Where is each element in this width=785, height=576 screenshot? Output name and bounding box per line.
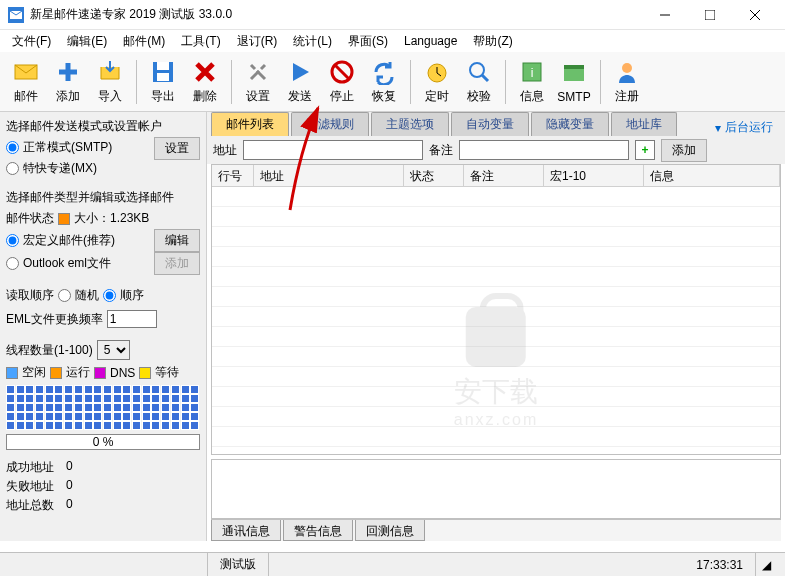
close-button[interactable] (732, 1, 777, 29)
tool-mail[interactable]: 邮件 (6, 55, 46, 109)
mode-section-title: 选择邮件发送模式或设置帐户 (6, 116, 200, 137)
col-info[interactable]: 信息 (644, 165, 780, 186)
svg-rect-16 (564, 69, 584, 81)
svg-rect-2 (705, 10, 715, 20)
address-input[interactable] (243, 140, 423, 160)
table-header: 行号 地址 状态 备注 宏1-10 信息 (212, 165, 780, 187)
menu-file[interactable]: 文件(F) (4, 31, 59, 52)
main-area: 选择邮件发送模式或设置帐户 正常模式(SMTP) 特快专递(MX) 设置 选择邮… (0, 112, 785, 541)
tool-export[interactable]: 导出 (143, 55, 183, 109)
tool-timer[interactable]: 定时 (417, 55, 457, 109)
info-icon: i (518, 58, 546, 86)
menu-stat[interactable]: 统计(L) (285, 31, 340, 52)
add-address-button[interactable]: 添加 (661, 139, 707, 162)
save-icon (149, 58, 177, 86)
window-title: 新星邮件速递专家 2019 测试版 33.0.0 (30, 6, 642, 23)
resize-grip-icon[interactable]: ◢ (756, 558, 777, 572)
menu-tool[interactable]: 工具(T) (173, 31, 228, 52)
maximize-button[interactable] (687, 1, 732, 29)
tool-restore[interactable]: 恢复 (364, 55, 404, 109)
thread-count-select[interactable]: 5 (97, 340, 130, 360)
col-row[interactable]: 行号 (212, 165, 254, 186)
col-status[interactable]: 状态 (404, 165, 464, 186)
settings-icon (244, 58, 272, 86)
mode-settings-button[interactable]: 设置 (154, 137, 200, 160)
eml-freq-input[interactable] (107, 310, 157, 328)
separator (410, 60, 411, 104)
tool-register[interactable]: 注册 (607, 55, 647, 109)
status-time: 17:33:31 (684, 553, 756, 576)
address-table: 行号 地址 状态 备注 宏1-10 信息 安下载 anxz.com (211, 164, 781, 455)
status-version: 测试版 (208, 553, 269, 576)
address-input-row: 地址 备注 + 添加 (207, 136, 785, 164)
col-addr[interactable]: 地址 (254, 165, 404, 186)
status-left (8, 553, 208, 576)
user-icon (613, 58, 641, 86)
radio-outlook-mail[interactable] (6, 257, 19, 270)
radio-sequential[interactable] (103, 289, 116, 302)
separator (600, 60, 601, 104)
menu-mail[interactable]: 邮件(M) (115, 31, 173, 52)
radio-macro-mail[interactable] (6, 234, 19, 247)
svg-point-18 (622, 63, 632, 73)
radio-normal-mode[interactable] (6, 141, 19, 154)
separator (231, 60, 232, 104)
status-color-box (58, 213, 70, 225)
background-run-link[interactable]: ▾后台运行 (707, 119, 781, 136)
edit-mail-button[interactable]: 编辑 (154, 229, 200, 252)
menu-unsub[interactable]: 退订(R) (229, 31, 286, 52)
col-note[interactable]: 备注 (464, 165, 544, 186)
log-tab-comm[interactable]: 通讯信息 (211, 520, 281, 541)
radio-random[interactable] (58, 289, 71, 302)
right-panel: 邮件列表 过滤规则 主题选项 自动变量 隐藏变量 地址库 ▾后台运行 地址 备注… (207, 112, 785, 541)
tool-import[interactable]: 导入 (90, 55, 130, 109)
note-input[interactable] (459, 140, 629, 160)
tool-add[interactable]: 添加 (48, 55, 88, 109)
toolbar: 邮件 添加 导入 导出 删除 设置 发送 停止 恢复 定时 校验 i信息 SMT… (0, 52, 785, 112)
tool-verify[interactable]: 校验 (459, 55, 499, 109)
tab-addr-db[interactable]: 地址库 (611, 112, 677, 136)
import-icon (96, 58, 124, 86)
plus-icon (54, 58, 82, 86)
tab-filter[interactable]: 过滤规则 (291, 112, 369, 136)
tab-auto-var[interactable]: 自动变量 (451, 112, 529, 136)
col-macro[interactable]: 宏1-10 (544, 165, 644, 186)
tool-delete[interactable]: 删除 (185, 55, 225, 109)
tab-mail-list[interactable]: 邮件列表 (211, 112, 289, 136)
add-mail-button[interactable]: 添加 (154, 252, 200, 275)
svg-line-10 (335, 65, 349, 79)
tool-settings[interactable]: 设置 (238, 55, 278, 109)
add-inline-button[interactable]: + (635, 140, 655, 160)
separator (136, 60, 137, 104)
tab-subject[interactable]: 主题选项 (371, 112, 449, 136)
log-area[interactable] (211, 459, 781, 519)
idle-color (6, 367, 18, 379)
progress-bar: 0 % (6, 434, 200, 450)
log-tabs: 通讯信息 警告信息 回测信息 (211, 519, 781, 541)
minimize-button[interactable] (642, 1, 687, 29)
menu-lang[interactable]: Language (396, 32, 465, 50)
radio-express-mode[interactable] (6, 162, 19, 175)
tool-info[interactable]: i信息 (512, 55, 552, 109)
svg-rect-17 (564, 65, 584, 69)
tool-send[interactable]: 发送 (280, 55, 320, 109)
log-tab-warn[interactable]: 警告信息 (283, 520, 353, 541)
stop-icon (328, 58, 356, 86)
tab-hidden-var[interactable]: 隐藏变量 (531, 112, 609, 136)
menu-view[interactable]: 界面(S) (340, 31, 396, 52)
chevron-icon: ▾ (715, 121, 721, 135)
tool-stop[interactable]: 停止 (322, 55, 362, 109)
svg-point-12 (470, 63, 484, 77)
svg-rect-8 (157, 73, 169, 81)
refresh-icon (370, 58, 398, 86)
menu-edit[interactable]: 编辑(E) (59, 31, 115, 52)
tool-smtp[interactable]: SMTP (554, 55, 594, 109)
log-tab-reply[interactable]: 回测信息 (355, 520, 425, 541)
type-section-title: 选择邮件类型并编辑或选择邮件 (6, 187, 200, 208)
search-icon (465, 58, 493, 86)
menu-help[interactable]: 帮助(Z) (465, 31, 520, 52)
mail-icon (12, 58, 40, 86)
table-body[interactable]: 安下载 anxz.com (212, 187, 780, 454)
waiting-color (139, 367, 151, 379)
svg-line-13 (482, 75, 488, 81)
